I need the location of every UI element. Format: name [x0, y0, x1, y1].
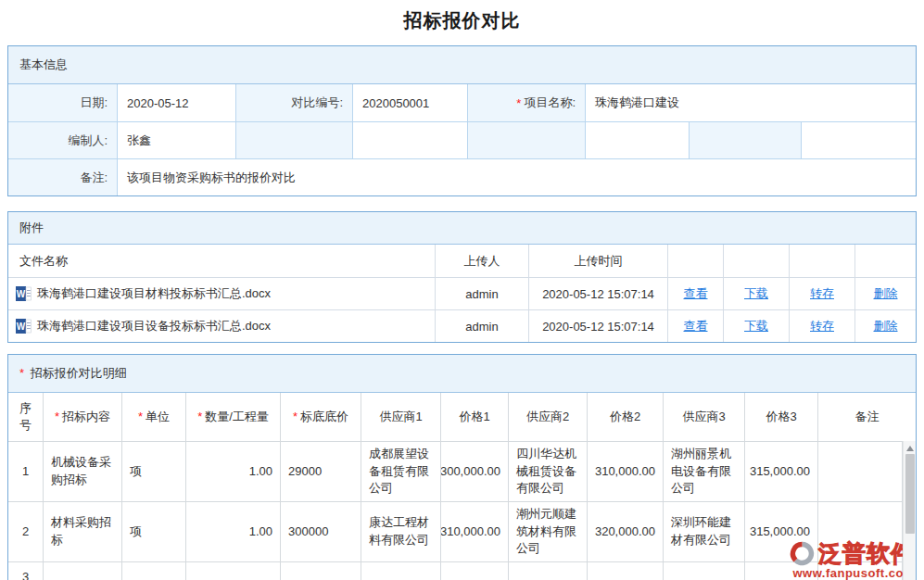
price2: 320,000.00 [588, 502, 664, 561]
price3: 315,000.00 [745, 442, 818, 501]
compiler-value: 张鑫 [118, 122, 236, 158]
page: { "page_title": "招标报价对比", "required_mark… [0, 0, 924, 580]
col-file-name: 文件名称 [8, 245, 436, 277]
svg-text:W: W [17, 289, 26, 299]
price2: 310,000.00 [588, 442, 664, 501]
save-as-link[interactable]: 转存 [810, 318, 834, 334]
supplier2 [509, 562, 588, 580]
vertical-scrollbar[interactable] [903, 441, 916, 580]
price1 [441, 562, 509, 580]
attachments-header-row: 文件名称 上传人 上传时间 [8, 245, 916, 277]
price2 [588, 562, 664, 580]
attachments-section: 附件 文件名称 上传人 上传时间 W 珠海鹤港口建设项目材料投标标书汇总.doc… [7, 211, 917, 343]
scroll-up-icon[interactable] [906, 446, 914, 451]
compare-no-value: 2020050001 [353, 84, 468, 121]
uploader: admin [436, 278, 529, 309]
col-action-empty [668, 245, 724, 277]
date-label: 日期: [8, 84, 118, 121]
basic-info-row-2: 编制人: 张鑫 [8, 121, 916, 158]
col-price2: 价格2 [588, 393, 664, 441]
qty: 1.00 [186, 442, 281, 501]
basic-info-section-title: 基本信息 [8, 46, 916, 84]
col-action-empty [790, 245, 855, 277]
empty-value-cell [802, 122, 916, 158]
project-name-label: * 项目名称: [468, 84, 586, 121]
fanpu-logo-icon [789, 540, 816, 567]
supplier1 [361, 562, 441, 580]
download-link[interactable]: 下载 [744, 318, 768, 334]
unit: 项 [122, 442, 186, 501]
col-unit: *单位 [122, 393, 186, 441]
unit: 项 [122, 502, 186, 561]
detail-header-row: 序号 *招标内容 *单位 *数量/工程量 *标底底价 供应商1 价格1 供应商2… [8, 393, 916, 441]
detail-row: 1 机械设备采购招标 项 1.00 29000 成都展望设备租赁有限公司 300… [8, 441, 903, 501]
supplier3: 湖州丽景机电设备有限公司 [664, 442, 745, 501]
empty-label-cell [236, 122, 353, 158]
attachment-row: W 珠海鹤港口建设项目设备投标标书汇总.docx admin 2020-05-1… [8, 309, 916, 342]
col-qty: *数量/工程量 [186, 393, 281, 441]
base-price: 300000 [281, 502, 361, 561]
word-doc-icon: W [16, 319, 32, 334]
supplier1: 康达工程材料有限公司 [361, 502, 441, 561]
required-mark: * [19, 366, 24, 380]
compiler-label: 编制人: [8, 122, 118, 158]
qty: 1.00 [186, 502, 281, 561]
col-price1: 价格1 [441, 393, 509, 441]
detail-row: 2 材料采购招标 项 1.00 300000 康达工程材料有限公司 310,00… [8, 501, 903, 561]
brand-url: www.fanpusoft.com [789, 566, 915, 580]
seq: 1 [8, 442, 44, 501]
basic-info-row-3: 备注: 该项目物资采购标书的报价对比 [8, 158, 916, 195]
supplier3 [664, 562, 745, 580]
detail-section: * 招标报价对比明细 序号 *招标内容 *单位 *数量/工程量 *标底底价 供应… [7, 354, 917, 580]
supplier2: 潮州元顺建筑材料有限公司 [509, 502, 588, 561]
detail-row: 3 [8, 561, 903, 580]
remarks-value: 该项目物资采购标书的报价对比 [118, 159, 916, 195]
col-upload-time: 上传时间 [529, 245, 668, 277]
col-action-empty [855, 245, 916, 277]
content: 机械设备采购招标 [44, 442, 122, 501]
delete-link[interactable]: 删除 [874, 285, 898, 302]
col-action-empty [724, 245, 790, 277]
price1: 310,000.00 [441, 502, 509, 561]
uploader: admin [436, 310, 529, 342]
view-link[interactable]: 查看 [684, 285, 708, 302]
required-mark: * [516, 96, 521, 110]
detail-body: 1 机械设备采购招标 项 1.00 29000 成都展望设备租赁有限公司 300… [8, 441, 916, 580]
supplier2: 四川华达机械租赁设备有限公司 [509, 442, 588, 501]
project-name-label-text: 项目名称: [524, 95, 576, 111]
col-seq: 序号 [8, 393, 44, 441]
upload-time: 2020-05-12 15:07:14 [529, 310, 668, 342]
supplier1: 成都展望设备租赁有限公司 [361, 442, 441, 501]
empty-value-cell [353, 122, 468, 158]
col-supplier3: 供应商3 [664, 393, 745, 441]
remarks-label: 备注: [8, 159, 118, 195]
upload-time: 2020-05-12 15:07:14 [529, 278, 668, 309]
col-price3: 价格3 [745, 393, 818, 441]
detail-section-title: * 招标报价对比明细 [8, 355, 916, 393]
date-value: 2020-05-12 [118, 84, 236, 121]
svg-text:W: W [17, 322, 26, 332]
delete-link[interactable]: 删除 [874, 318, 898, 334]
seq: 2 [8, 502, 44, 561]
base-price: 29000 [281, 442, 361, 501]
seq: 3 [8, 562, 44, 580]
supplier3: 深圳环能建材有限公司 [664, 502, 745, 561]
file-name: 珠海鹤港口建设项目设备投标标书汇总.docx [37, 318, 271, 334]
compare-no-label: 对比编号: [236, 84, 353, 121]
scrollbar-thumb[interactable] [905, 454, 915, 534]
content [44, 562, 122, 580]
col-base-price: *标底底价 [281, 393, 361, 441]
col-uploader: 上传人 [436, 245, 529, 277]
save-as-link[interactable]: 转存 [810, 285, 834, 302]
col-remark: 备注 [818, 393, 916, 441]
empty-label-cell [690, 122, 802, 158]
download-link[interactable]: 下载 [744, 285, 768, 302]
vendor-watermark: 泛普软件 www.fanpusoft.com [789, 540, 915, 580]
view-link[interactable]: 查看 [684, 318, 708, 334]
detail-section-title-text: 招标报价对比明细 [31, 366, 127, 380]
attachment-row: W 珠海鹤港口建设项目材料投标标书汇总.docx admin 2020-05-1… [8, 277, 916, 309]
page-title: 招标报价对比 [0, 8, 924, 33]
unit [122, 562, 186, 580]
price1: 300,000.00 [441, 442, 509, 501]
content: 材料采购招标 [44, 502, 122, 561]
